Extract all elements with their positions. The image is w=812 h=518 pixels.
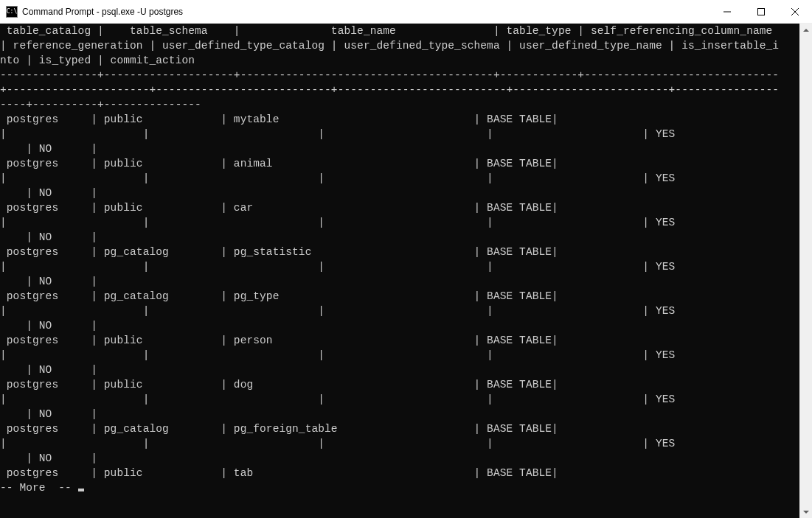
titlebar-left: C:\ Command Prompt - psql.exe -U postgre… — [6, 6, 183, 18]
cursor — [78, 489, 84, 491]
scroll-up-button[interactable] — [799, 24, 812, 36]
terminal-area: table_catalog | table_schema | table_nam… — [0, 24, 812, 518]
svg-rect-0 — [758, 8, 765, 15]
close-icon — [791, 8, 799, 15]
window-title: Command Prompt - psql.exe -U postgres — [22, 7, 183, 17]
app-icon-text: C:\ — [7, 9, 17, 15]
window-controls — [710, 0, 812, 23]
maximize-icon — [757, 8, 765, 15]
maximize-button[interactable] — [744, 0, 778, 23]
terminal-output[interactable]: table_catalog | table_schema | table_nam… — [0, 24, 799, 518]
titlebar: C:\ Command Prompt - psql.exe -U postgre… — [0, 0, 812, 24]
chevron-up-icon — [803, 27, 809, 33]
vertical-scrollbar[interactable] — [799, 24, 812, 518]
scroll-down-button[interactable] — [799, 505, 812, 518]
chevron-down-icon — [803, 509, 809, 515]
scroll-track[interactable] — [799, 36, 812, 505]
minimize-icon — [723, 8, 731, 15]
app-icon: C:\ — [6, 6, 18, 18]
minimize-button[interactable] — [710, 0, 744, 23]
close-button[interactable] — [778, 0, 812, 23]
